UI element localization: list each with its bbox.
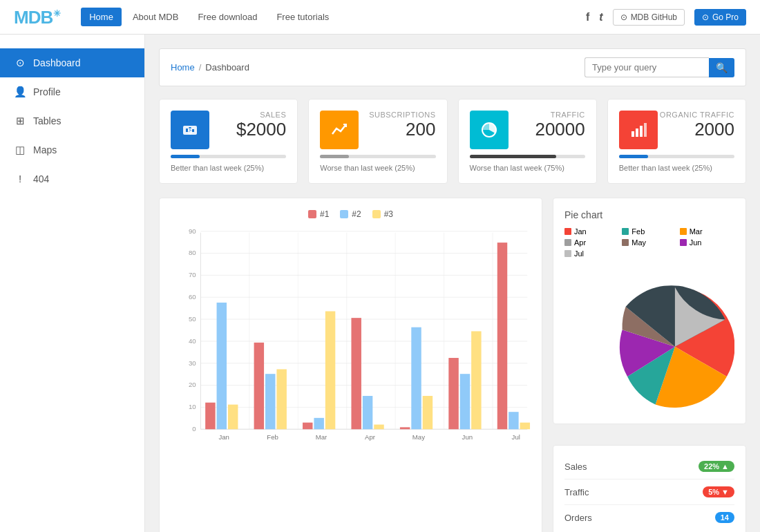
pie-chart-card: Pie chart Jan Feb Mar: [553, 198, 746, 424]
svg-rect-40: [228, 405, 238, 430]
sales-desc: Better than last week (25%): [171, 164, 286, 172]
gopro-button[interactable]: ⊙ Go Pro: [694, 9, 746, 26]
pie-legend-apr: Apr: [564, 238, 619, 247]
profile-icon: 👤: [14, 86, 26, 98]
svg-text:50: 50: [189, 315, 196, 323]
stats-sales-badge: 22% ▲: [699, 461, 734, 472]
twitter-icon[interactable]: t: [599, 11, 602, 23]
stats-item-sales: Sales 22% ▲: [564, 454, 734, 479]
svg-rect-63: [509, 412, 518, 429]
error-icon: !: [14, 173, 26, 184]
pie-legend-may: May: [622, 238, 676, 247]
legend-label-2: #2: [352, 209, 361, 219]
pie-legend: Jan Feb Mar Apr: [564, 227, 734, 258]
subscriptions-value: 200: [369, 119, 435, 140]
pie-chart-title: Pie chart: [564, 209, 734, 220]
sidebar-item-profile[interactable]: 👤 Profile: [0, 77, 144, 106]
stat-cards: $ SALES $2000 Better than last week (25%…: [159, 99, 746, 184]
legend-dot-2: [340, 210, 348, 218]
github-label: MDB GitHub: [631, 12, 677, 22]
bar-chart-card: #1 #2 #3: [159, 198, 542, 532]
github-icon: ⊙: [620, 12, 627, 22]
nav-links: Home About MDB Free download Free tutori…: [81, 8, 586, 26]
subscriptions-icon: [320, 111, 359, 149]
organic-label: ORGANIC TRAFFIC: [660, 111, 734, 119]
nav-download[interactable]: Free download: [189, 8, 265, 26]
stats-orders-label: Orders: [564, 513, 592, 523]
nav-about[interactable]: About MDB: [124, 8, 187, 26]
gopro-label: Go Pro: [712, 12, 739, 22]
traffic-value: 20000: [535, 119, 585, 140]
svg-text:Apr: Apr: [365, 433, 376, 441]
svg-text:40: 40: [189, 337, 196, 345]
breadcrumb-home[interactable]: Home: [171, 62, 195, 73]
stats-list-card: Sales 22% ▲ Traffic 5% ▼: [553, 445, 746, 532]
github-button[interactable]: ⊙ MDB GitHub: [613, 9, 685, 26]
svg-rect-55: [411, 327, 421, 430]
pie-legend-jan: Jan: [564, 227, 619, 236]
sidebar-item-dashboard[interactable]: ⊙ Dashboard: [0, 48, 144, 77]
subscriptions-desc: Worse than last week (25%): [320, 164, 435, 172]
stats-item-orders: Orders 14: [564, 505, 734, 530]
sidebar-label-404: 404: [33, 173, 49, 184]
svg-text:Jul: Jul: [512, 433, 520, 441]
sidebar-item-404[interactable]: ! 404: [0, 164, 144, 193]
organic-progress: [619, 155, 734, 158]
breadcrumb-separator: /: [199, 62, 202, 73]
pie-legend-mar: Mar: [680, 227, 734, 236]
nav-home[interactable]: Home: [81, 8, 122, 26]
legend-label-1: #1: [320, 209, 329, 219]
sidebar-item-tables[interactable]: ⊞ Tables: [0, 106, 144, 135]
sidebar-item-maps[interactable]: ◫ Maps: [0, 135, 144, 164]
svg-rect-47: [314, 418, 323, 429]
stats-orders-badge: 14: [715, 512, 734, 523]
legend-label-3: #3: [384, 209, 393, 219]
charts-row: #1 #2 #3: [159, 198, 746, 532]
search-button[interactable]: 🔍: [709, 58, 734, 77]
stats-traffic-label: Traffic: [564, 487, 589, 497]
sales-progress: [171, 155, 286, 158]
search-input[interactable]: [585, 57, 709, 77]
svg-text:Feb: Feb: [267, 433, 278, 441]
svg-text:80: 80: [189, 249, 196, 256]
stat-card-subscriptions: SUBSCRIPTIONS 200 Worse than last week (…: [308, 99, 447, 184]
organic-desc: Better than last week (25%): [619, 164, 734, 172]
svg-rect-46: [303, 423, 312, 430]
svg-rect-3: [192, 129, 194, 132]
svg-rect-48: [325, 311, 335, 429]
organic-value: 2000: [660, 119, 734, 140]
stat-card-sales: $ SALES $2000 Better than last week (25%…: [159, 99, 298, 184]
svg-rect-38: [205, 403, 215, 430]
organic-icon: [619, 111, 658, 149]
gopro-icon: ⊙: [702, 12, 709, 22]
top-nav: MDB✳ Home About MDB Free download Free t…: [0, 0, 760, 35]
pie-legend-jun: Jun: [680, 238, 734, 247]
svg-text:Jan: Jan: [218, 433, 229, 441]
legend-2: #2: [340, 209, 361, 219]
legend-dot-1: [308, 210, 316, 218]
chart-legend: #1 #2 #3: [171, 209, 531, 219]
svg-rect-64: [520, 423, 530, 430]
svg-rect-50: [351, 318, 361, 429]
pie-legend-jul: Jul: [564, 249, 619, 258]
svg-text:10: 10: [189, 403, 196, 410]
sidebar-label-profile: Profile: [33, 86, 61, 97]
bar-chart-svg: 0 10 20 30 40 50 60 70 80 90: [171, 226, 531, 466]
svg-rect-8: [640, 126, 643, 137]
right-col: Pie chart Jan Feb Mar: [553, 198, 746, 532]
sidebar-label-tables: Tables: [33, 115, 61, 126]
legend-dot-3: [372, 210, 381, 218]
stats-traffic-badge: 5% ▼: [703, 486, 734, 497]
traffic-icon: [470, 111, 509, 149]
svg-rect-52: [374, 425, 383, 430]
svg-rect-7: [636, 129, 638, 137]
nav-tutorials[interactable]: Free tutorials: [268, 8, 337, 26]
facebook-icon[interactable]: f: [586, 11, 589, 23]
svg-rect-6: [631, 131, 634, 137]
sales-label: SALES: [236, 111, 286, 119]
svg-text:30: 30: [189, 359, 196, 367]
svg-text:70: 70: [189, 271, 196, 278]
svg-text:May: May: [412, 433, 425, 441]
svg-text:60: 60: [189, 293, 196, 301]
svg-rect-62: [497, 243, 507, 429]
